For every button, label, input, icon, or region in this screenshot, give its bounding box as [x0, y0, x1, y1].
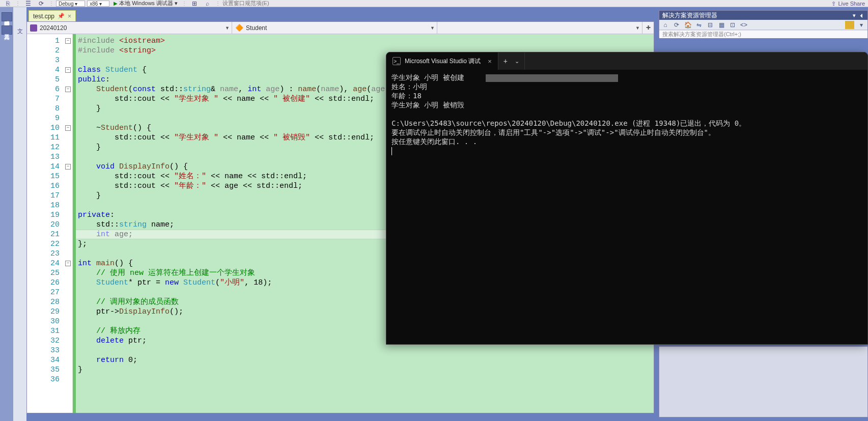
doc-gutter: 文 [13, 7, 26, 421]
code-navbar: 20240120 ▼ 🔶 Student ▼ ▼ ✚ [27, 22, 654, 34]
solution-toolbar: ⌂ ⟳ 🏠 ⇋ ⊟ ▦ ⊡ <> ▾ [659, 20, 867, 30]
debug-console: >_ Microsoft Visual Studio 调试 × + ⌄ 学生对象… [386, 52, 868, 345]
project-icon [30, 24, 37, 32]
run-button[interactable]: ▶本地 Windows 调试器 ▾ [111, 0, 180, 7]
toolbar-label[interactable]: 设置窗口规范项(E) [222, 0, 269, 7]
view-icon[interactable]: <> [740, 21, 748, 29]
close-icon[interactable]: × [488, 58, 492, 65]
solution-explorer-title[interactable]: 解决方案资源管理器 ▾ ⏴ [659, 11, 867, 20]
share-icon: ⇪ [831, 1, 836, 7]
fold-toggle[interactable]: − [65, 125, 71, 131]
chevron-down-icon: ▼ [225, 25, 230, 31]
terminal-icon: >_ [393, 57, 401, 65]
server-explorer-tab[interactable]: 服务器资源管理器 [2, 12, 12, 21]
props-icon[interactable]: ⊡ [729, 21, 737, 29]
dropdown-icon[interactable]: ▾ [853, 12, 856, 19]
fold-column[interactable]: −−−−−− [64, 34, 73, 413]
class-icon: 🔶 [235, 24, 243, 32]
toolbar-icon[interactable]: ⊞ [189, 1, 200, 7]
home2-icon[interactable]: 🏠 [684, 21, 692, 29]
new-tab-icon[interactable]: + [503, 57, 508, 65]
line-number-gutter: 1234567891011121314151617181920212223242… [27, 34, 64, 413]
tab-filename: test.cpp [33, 13, 54, 20]
close-icon[interactable]: × [68, 13, 71, 20]
collapse-icon[interactable]: ⊟ [706, 21, 714, 29]
right-panel-lower [659, 346, 868, 417]
fold-toggle[interactable]: − [65, 38, 71, 44]
nav-project[interactable]: 20240120 ▼ [27, 22, 232, 34]
chevron-down-icon: ▼ [635, 25, 640, 31]
toolbox-tab[interactable]: 工具箱 [2, 25, 12, 35]
pin-icon[interactable]: ⏴ [859, 12, 864, 19]
chevron-down-icon: ▼ [430, 25, 435, 31]
console-output[interactable]: 学生对象 小明 被创建 姓名：小明年龄：18学生对象 小明 被销毁 C:\Use… [386, 70, 867, 344]
more-icon[interactable]: ▾ [857, 21, 865, 29]
toolbar-icon[interactable]: ⎘ [2, 1, 13, 7]
showall-icon[interactable]: ▦ [717, 21, 725, 29]
config-combo[interactable]: Debug ▾ [56, 1, 85, 7]
pin-icon[interactable]: 📌 [58, 13, 65, 19]
nav-class-label: Student [246, 24, 267, 32]
fold-toggle[interactable]: − [65, 67, 71, 73]
toolbar-icon[interactable]: ☰ [22, 1, 34, 7]
nav-member[interactable]: ▼ [437, 22, 642, 34]
properties-icon[interactable] [845, 21, 854, 29]
solution-search[interactable]: 搜索解决方案资源管理器(Ctrl+;) [659, 30, 867, 38]
console-tab[interactable]: >_ Microsoft Visual Studio 调试 × [386, 52, 498, 70]
dropdown-icon[interactable]: ⌄ [515, 58, 519, 65]
toolbar-icon[interactable]: ⌕ [202, 1, 213, 7]
solution-explorer: 解决方案资源管理器 ▾ ⏴ ⌂ ⟳ 🏠 ⇋ ⊟ ▦ ⊡ <> ▾ 搜索解决方案资… [659, 10, 868, 38]
live-share-button[interactable]: ⇪ Live Share [831, 0, 865, 7]
home-icon[interactable]: ⌂ [661, 21, 669, 29]
platform-combo[interactable]: x86 ▾ [87, 1, 109, 7]
file-tab[interactable]: test.cpp 📌 × [29, 10, 76, 21]
toolbar-icon[interactable]: ⟳ [36, 1, 47, 7]
left-tool-rail: 服务器资源管理器 工具箱 [0, 7, 13, 421]
console-titlebar[interactable]: >_ Microsoft Visual Studio 调试 × + ⌄ [386, 52, 867, 70]
nav-class[interactable]: 🔶 Student ▼ [232, 22, 437, 34]
refresh-icon[interactable]: ⟳ [673, 21, 681, 29]
fold-toggle[interactable]: − [65, 164, 71, 170]
main-toolbar: ⎘ ⋮ ☰ ⟳ ⋮ Debug ▾ x86 ▾ ▶本地 Windows 调试器 … [0, 0, 868, 7]
console-tab-controls: + ⌄ [498, 52, 525, 70]
nav-project-label: 20240120 [40, 24, 67, 32]
sync-icon[interactable]: ⇋ [695, 21, 703, 29]
document-tabstrip: test.cpp 📌 × [26, 10, 76, 21]
console-title: Microsoft Visual Studio 调试 [405, 57, 481, 66]
split-button[interactable]: ✚ [642, 22, 654, 34]
fold-toggle[interactable]: − [65, 87, 71, 92]
fold-toggle[interactable]: − [65, 261, 71, 266]
